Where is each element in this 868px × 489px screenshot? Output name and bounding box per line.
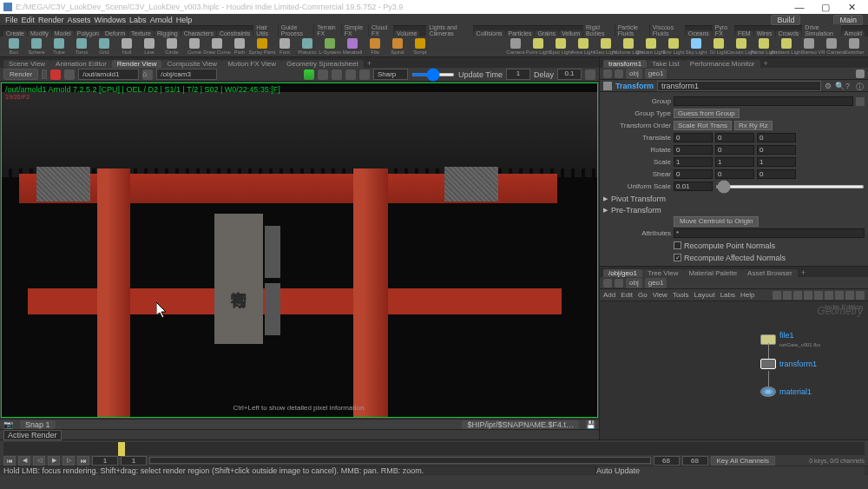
shelf-tab[interactable]: Hair Utils	[253, 24, 277, 36]
menu-edit[interactable]: Edit	[22, 16, 36, 24]
net-tool-icon[interactable]	[773, 291, 781, 300]
shelf-tab[interactable]: Arnold	[842, 30, 865, 36]
shelf-tab[interactable]: Rigid Bodies	[583, 24, 615, 36]
shelf-tab[interactable]: Lights and Cameras	[426, 24, 472, 36]
render-menu-button[interactable]	[42, 69, 47, 79]
net-tool-icon[interactable]	[804, 291, 812, 300]
shelf-tab[interactable]: Rigging	[155, 30, 181, 36]
play-back-button[interactable]: ◁	[33, 456, 45, 466]
shelf-tab[interactable]: Model	[52, 30, 74, 36]
end-frame-field[interactable]: 68	[654, 456, 680, 466]
current-frame-field[interactable]: 1	[121, 456, 147, 466]
scale-x[interactable]: 1	[674, 157, 713, 167]
stop-render-icon[interactable]	[50, 69, 61, 80]
display-mode-dropdown[interactable]: Sharp	[373, 69, 408, 80]
shelf-tool-spot-light[interactable]: Spot Light	[550, 38, 571, 56]
translate-y[interactable]: 0	[715, 133, 754, 142]
shelf-tab[interactable]: Polygon	[75, 30, 102, 36]
uscale-field[interactable]: 0.01	[674, 182, 713, 191]
camera-path-dropdown[interactable]: /obj/cam3	[156, 69, 217, 80]
shelf-tool-camera[interactable]: Camera	[505, 38, 526, 56]
net-tool-icon[interactable]	[793, 291, 802, 300]
zoom-slider[interactable]	[411, 73, 455, 76]
menu-help[interactable]: Help	[176, 16, 193, 24]
nav-back-icon[interactable]	[603, 69, 612, 78]
save-icon[interactable]: 💾	[586, 420, 595, 429]
recompute-an-checkbox[interactable]: ✓	[674, 254, 681, 261]
add-pane-tab[interactable]: +	[760, 59, 772, 68]
desktop-dropdown[interactable]: Build	[771, 15, 800, 25]
tab-perfmon[interactable]: Performance Monitor	[685, 60, 760, 68]
help-icon[interactable]: ?	[845, 82, 854, 90]
shelf-tool-spiral[interactable]: Spiral	[387, 38, 408, 56]
scale-y[interactable]: 1	[715, 157, 754, 167]
shelf-tab[interactable]: Oceans	[686, 30, 712, 36]
tab-motionfx-view[interactable]: Motion FX View	[222, 60, 281, 68]
shelf-tab[interactable]: Cloud FX	[369, 24, 393, 36]
menu-arnold[interactable]: Arnold	[150, 16, 173, 24]
tab-asset-browser[interactable]: Asset Browser	[742, 269, 798, 277]
group-picker-icon[interactable]	[856, 97, 865, 106]
tab-network[interactable]: /obj/geo1	[603, 269, 642, 277]
net-tool-icon[interactable]	[856, 291, 865, 300]
tab-parameters[interactable]: transform1	[603, 60, 647, 68]
pivot-transform-toggle[interactable]: ▶Pivot Transform	[603, 193, 865, 204]
link-icon[interactable]	[585, 69, 595, 80]
shelf-tool-torus[interactable]: Torus	[71, 38, 92, 56]
prev-frame-button[interactable]: ◀	[18, 456, 30, 466]
aov-icon[interactable]	[304, 69, 314, 80]
auto-update-toggle[interactable]: Auto Update	[595, 466, 865, 475]
node-material[interactable]: material1	[760, 387, 812, 397]
timeline-track[interactable]	[3, 442, 865, 455]
shelf-tab[interactable]: Wires	[754, 30, 775, 36]
shelf-tool-null[interactable]: Null	[116, 38, 137, 56]
shelf-tool-sphere[interactable]: Sphere	[26, 38, 47, 56]
lightbulb-icon[interactable]	[332, 69, 342, 80]
shelf-tool-font[interactable]: Font	[274, 38, 295, 56]
tab-anim-editor[interactable]: Animation Editor	[50, 60, 112, 68]
range-end-field[interactable]: 68	[682, 456, 708, 466]
last-frame-button[interactable]: ⏭	[77, 456, 89, 466]
rot-order-dropdown[interactable]: Rx Ry Rz	[734, 121, 773, 130]
gear-icon[interactable]: ⚙	[825, 82, 833, 90]
net-tool-icon[interactable]	[835, 291, 844, 300]
maximize-button[interactable]: ▢	[812, 2, 838, 13]
shelf-tool-distant-light[interactable]: Distant Light	[641, 38, 661, 56]
tab-scene-view[interactable]: Scene View	[3, 60, 50, 68]
tab-material-palette[interactable]: Material Palette	[684, 269, 743, 277]
shelf-tab[interactable]: Particle Fluids	[615, 24, 649, 36]
shelf-tool-platonic[interactable]: Platonic	[297, 38, 318, 56]
shelf-tab[interactable]: Guide Process	[279, 24, 314, 36]
shear-z[interactable]: 0	[757, 169, 796, 179]
menu-labs[interactable]: Labs	[129, 16, 147, 24]
snap-label[interactable]: Snap 1	[20, 420, 56, 429]
group-type-dropdown[interactable]: Guess from Group	[674, 109, 740, 118]
shelf-tab[interactable]: Simple FX	[342, 24, 368, 36]
shelf-tool-circle[interactable]: Circle	[161, 38, 182, 56]
shelf-tab[interactable]: Drive Simulation	[802, 24, 840, 36]
shelf-tool-metaball[interactable]: Metaball	[342, 38, 363, 56]
net-tool-icon[interactable]	[845, 291, 854, 300]
shelf-tool-grid[interactable]: Grid	[94, 38, 115, 56]
node-transform[interactable]: transform1	[760, 359, 817, 369]
shelf-tab[interactable]: Viscous Fluids	[650, 24, 685, 36]
close-button[interactable]: ✕	[838, 2, 865, 13]
shelf-tool-spray-paint[interactable]: Spray Paint	[252, 38, 273, 56]
minimize-button[interactable]: —	[786, 2, 812, 12]
attributes-field[interactable]: *	[674, 228, 865, 238]
output-path[interactable]: $HIP/ipr/$SNAPNAME.$F4.t…	[462, 420, 579, 429]
net-menu-edit[interactable]: Edit	[621, 291, 633, 299]
shelf-tool-file[interactable]: File	[365, 38, 385, 56]
pre-transform-toggle[interactable]: ▶Pre-Transform	[603, 204, 865, 215]
net-menu-go[interactable]: Go	[638, 291, 648, 299]
translate-z[interactable]: 0	[757, 133, 796, 142]
menu-render[interactable]: Render	[38, 16, 64, 24]
shelf-tab[interactable]: Deform	[102, 30, 128, 36]
nav-back-icon[interactable]	[603, 279, 612, 287]
move-centroid-button[interactable]: Move Centroid to Origin	[674, 216, 759, 227]
start-frame-field[interactable]: 1	[92, 456, 118, 466]
net-menu-add[interactable]: Add	[603, 291, 615, 299]
shelf-tool-area-light[interactable]: Area Light	[573, 38, 594, 56]
tab-geo-spreadsheet[interactable]: Geometry Spreadsheet	[281, 60, 364, 68]
menu-windows[interactable]: Windows	[95, 16, 127, 24]
